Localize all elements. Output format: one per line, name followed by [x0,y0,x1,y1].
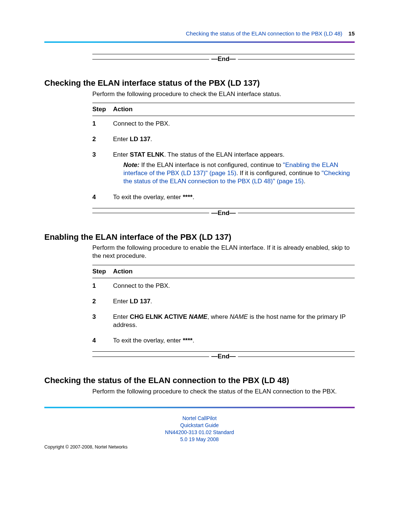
step-action: Enter LD 137. [113,297,355,306]
copyright: Copyright © 2007-2008, Nortel Networks [44,444,355,450]
table-row: 1 Connect to the PBX. [92,278,355,294]
footer-line: Quickstart Guide [44,422,355,429]
divider [238,213,355,213]
text: If the ELAN interface is not configured,… [139,161,283,168]
variable: NAME [230,313,248,320]
step-number: 4 [92,337,113,345]
text: . [150,298,152,305]
divider [92,351,355,352]
section1-body: Perform the following procedure to check… [92,90,355,217]
command: **** [183,194,192,201]
step-action: To exit the overlay, enter ****. [113,193,355,201]
step-number: 3 [92,313,113,329]
table-row: 4 To exit the overlay, enter ****. [92,333,355,348]
step-number: 4 [92,193,113,201]
section1-intro: Perform the following procedure to check… [92,90,355,98]
bottom-gradient-rule [44,407,355,408]
section2-body: Perform the following procedure to enabl… [92,244,355,361]
table-row: 1 Connect to the PBX. [92,116,355,132]
step-action: Enter STAT ELNK. The status of the ELAN … [113,151,355,185]
section-heading-enable-interface: Enabling the ELAN interface of the PBX (… [44,232,355,243]
section3-body: Perform the following procedure to check… [92,388,355,396]
step-number: 3 [92,151,113,185]
text: . [192,337,194,344]
running-header: Checking the status of the ELAN connecti… [44,30,355,38]
col-header-action: Action [113,267,355,276]
end-marker-block: —End— [92,208,355,217]
text: . The status of the ELAN interface appea… [164,151,284,158]
table-header: Step Action [92,265,355,278]
command: LD 137 [130,298,150,305]
table-row: 3 Enter STAT ELNK. The status of the ELA… [92,147,355,189]
text: Enter [113,298,130,305]
step-number: 1 [92,282,113,290]
table-row: 2 Enter LD 137. [92,132,355,147]
divider [92,357,209,357]
end-label: —End— [209,55,238,63]
text: To exit the overlay, enter [113,194,183,201]
header-page-number: 15 [348,30,355,37]
text: Enter [113,151,130,158]
divider [92,54,355,54]
col-header-action: Action [113,105,355,113]
divider [92,213,209,213]
end-marker-block: —End— [92,351,355,361]
end-marker-block: —End— [92,54,355,63]
variable: NAME [189,313,207,320]
step-action: Connect to the PBX. [113,282,355,290]
section2-intro: Perform the following procedure to enabl… [92,244,355,260]
top-gradient-rule [44,41,355,43]
text: , where [207,313,229,320]
note-label: Note: [123,161,139,168]
command: LD 137 [130,136,150,143]
text: . [304,178,306,185]
divider [92,59,209,59]
page-root: Checking the status of the ELAN connecti… [0,0,399,532]
text: . If it is configured, continue to [236,170,322,177]
step-number: 1 [92,120,113,128]
step-action: Connect to the PBX. [113,120,355,128]
divider [238,59,355,59]
table-row: 3 Enter CHG ELNK ACTIVE NAME, where NAME… [92,309,355,333]
table-header: Step Action [92,103,355,116]
command: **** [183,337,192,344]
footer-line: Nortel CallPilot [44,415,355,422]
section-heading-check-connection: Checking the status of the ELAN connecti… [44,375,355,386]
text: . [150,136,152,143]
text: To exit the overlay, enter [113,337,183,344]
text: Enter [113,136,130,143]
note-block: Note: If the ELAN interface is not confi… [123,161,355,185]
end-label: —End— [209,209,238,217]
table-row: 4 To exit the overlay, enter ****. [92,190,355,205]
footer-line: NN44200-313 01.02 Standard [44,429,355,436]
command: STAT ELNK [130,151,164,158]
step-action: Enter LD 137. [113,135,355,143]
footer-center: Nortel CallPilot Quickstart Guide NN4420… [44,415,355,443]
header-section-link[interactable]: Checking the status of the ELAN connecti… [186,30,342,37]
step-action: To exit the overlay, enter ****. [113,337,355,345]
divider [238,357,355,357]
section-heading-check-interface: Checking the ELAN interface status of th… [44,78,355,89]
step-number: 2 [92,297,113,306]
footer-line: 5.0 19 May 2008 [44,436,355,443]
col-header-step: Step [92,267,113,276]
table-row: 2 Enter LD 137. [92,294,355,309]
col-header-step: Step [92,105,113,113]
text: Enter [113,313,130,320]
section3-intro: Perform the following procedure to check… [92,388,355,396]
command: CHG ELNK ACTIVE NAME [130,313,207,320]
end-label: —End— [209,352,238,361]
step-number: 2 [92,135,113,143]
step-action: Enter CHG ELNK ACTIVE NAME, where NAME i… [113,313,355,329]
divider [92,208,355,208]
text: . [192,194,194,201]
